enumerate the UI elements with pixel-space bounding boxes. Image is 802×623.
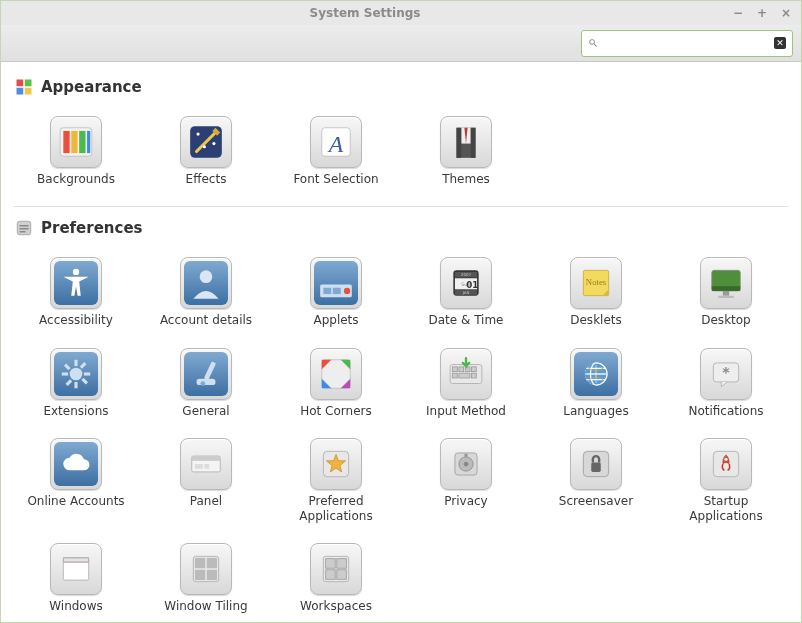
titlebar: System Settings − + ×: [1, 1, 801, 25]
svg-text:A: A: [327, 131, 344, 157]
svg-rect-2: [17, 88, 24, 95]
settings-item-cloud[interactable]: Online Accounts: [11, 434, 141, 527]
svg-rect-82: [464, 454, 467, 457]
svg-rect-62: [453, 367, 458, 372]
settings-item-themes[interactable]: Themes: [401, 112, 531, 190]
settings-item-panel[interactable]: Panel: [141, 434, 271, 527]
section-header-preferences: Preferences: [7, 207, 795, 247]
svg-text:Notes: Notes: [586, 277, 607, 287]
svg-rect-68: [472, 373, 477, 378]
svg-rect-101: [326, 570, 336, 580]
settings-item-account[interactable]: Account details: [141, 253, 271, 331]
svg-rect-94: [195, 558, 205, 568]
maximize-button[interactable]: +: [755, 6, 769, 20]
settings-item-privacy[interactable]: Privacy: [401, 434, 531, 527]
svg-point-55: [200, 381, 205, 386]
search-box[interactable]: ✕: [581, 30, 793, 57]
svg-point-25: [200, 271, 213, 284]
svg-rect-99: [326, 559, 336, 569]
item-label: Applets: [313, 313, 358, 327]
item-label: Backgrounds: [37, 172, 115, 186]
window-title: System Settings: [9, 6, 721, 20]
backgrounds-icon: [50, 116, 102, 168]
svg-rect-74: [192, 456, 221, 461]
item-label: Themes: [442, 172, 490, 186]
settings-item-applets[interactable]: Applets: [271, 253, 401, 331]
svg-rect-66: [453, 373, 458, 378]
svg-point-29: [344, 288, 350, 294]
svg-rect-84: [591, 463, 601, 473]
svg-rect-65: [472, 367, 477, 372]
toolbar: ✕: [1, 25, 801, 62]
settings-item-preferred[interactable]: Preferred Applications: [271, 434, 401, 527]
search-icon: [588, 36, 598, 50]
settings-item-desktop[interactable]: Desktop: [661, 253, 791, 331]
settings-item-fonts[interactable]: AFont Selection: [271, 112, 401, 190]
svg-rect-97: [207, 570, 217, 580]
account-icon: [180, 257, 232, 309]
startup-icon: [700, 438, 752, 490]
svg-rect-21: [20, 225, 29, 227]
settings-item-languages[interactable]: Languages: [531, 344, 661, 422]
privacy-icon: [440, 438, 492, 490]
settings-item-inputmethod[interactable]: Input Method: [401, 344, 531, 422]
close-button[interactable]: ×: [779, 6, 793, 20]
svg-text:01: 01: [466, 280, 478, 290]
svg-rect-48: [84, 372, 90, 375]
svg-rect-23: [20, 231, 26, 233]
svg-rect-54: [204, 361, 216, 380]
svg-rect-3: [25, 88, 32, 95]
svg-text:*: *: [722, 364, 730, 380]
settings-item-accessibility[interactable]: Accessibility: [11, 253, 141, 331]
svg-rect-1: [25, 80, 32, 87]
item-label: Desktop: [701, 313, 751, 327]
item-label: Desklets: [570, 313, 622, 327]
item-label: Windows: [49, 599, 103, 613]
settings-item-screensaver[interactable]: Screensaver: [531, 434, 661, 527]
svg-rect-95: [207, 558, 217, 568]
item-label: Hot Corners: [300, 404, 372, 418]
svg-point-86: [724, 458, 727, 461]
svg-rect-19: [471, 128, 476, 158]
settings-item-datetime[interactable]: 2007Sun01JANDate & Time: [401, 253, 531, 331]
appearance-grid: BackgroundsEffectsAFont SelectionThemes: [7, 106, 795, 206]
minimize-button[interactable]: −: [731, 6, 745, 20]
panel-icon: [180, 438, 232, 490]
settings-item-workspaces[interactable]: Workspaces: [271, 539, 401, 617]
general-icon: [180, 348, 232, 400]
settings-item-extensions[interactable]: Extensions: [11, 344, 141, 422]
svg-rect-41: [712, 287, 741, 292]
settings-item-backgrounds[interactable]: Backgrounds: [11, 112, 141, 190]
item-label: Panel: [190, 494, 222, 508]
svg-point-13: [212, 142, 215, 145]
settings-item-general[interactable]: General: [141, 344, 271, 422]
settings-item-effects[interactable]: Effects: [141, 112, 271, 190]
preferences-section-icon: [15, 219, 33, 237]
svg-rect-45: [74, 360, 77, 366]
inputmethod-icon: [440, 348, 492, 400]
svg-rect-52: [66, 379, 73, 386]
item-label: Languages: [563, 404, 628, 418]
settings-item-desklets[interactable]: NotesDesklets: [531, 253, 661, 331]
settings-item-tiling[interactable]: Window Tiling: [141, 539, 271, 617]
datetime-icon: 2007Sun01JAN: [440, 257, 492, 309]
svg-rect-50: [81, 378, 88, 385]
content: Appearance BackgroundsEffectsAFont Selec…: [1, 62, 801, 622]
settings-item-startup[interactable]: Startup Applications: [661, 434, 791, 527]
item-label: Workspaces: [300, 599, 372, 613]
item-label: Input Method: [426, 404, 506, 418]
svg-point-81: [464, 462, 469, 467]
svg-rect-18: [457, 128, 462, 158]
search-input[interactable]: [598, 36, 774, 51]
settings-item-windows[interactable]: Windows: [11, 539, 141, 617]
svg-rect-27: [323, 288, 331, 294]
fonts-icon: A: [310, 116, 362, 168]
settings-item-notifications[interactable]: *Notifications: [661, 344, 791, 422]
cloud-icon: [50, 438, 102, 490]
svg-rect-75: [195, 464, 203, 469]
clear-search-button[interactable]: ✕: [774, 37, 786, 49]
section-title-preferences: Preferences: [41, 219, 143, 237]
svg-point-11: [197, 133, 200, 136]
settings-item-hotcorners[interactable]: Hot Corners: [271, 344, 401, 422]
item-label: Accessibility: [39, 313, 113, 327]
